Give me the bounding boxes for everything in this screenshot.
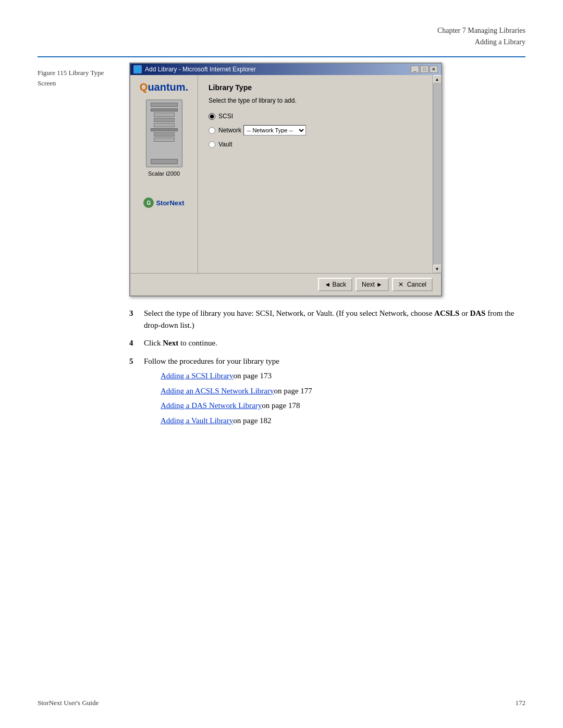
- steps-list: 3 Select the type of library you have: S…: [129, 307, 525, 429]
- bullet-3: Adding a DAS Network Library on page 178: [161, 400, 525, 412]
- radio-network[interactable]: Network -- Network Type -- ACSLS DAS: [209, 125, 422, 135]
- quantum-logo: Quantum.: [140, 81, 188, 93]
- section-title: Adding a Library: [437, 36, 525, 48]
- stornext-icon: G: [143, 198, 154, 208]
- page-header: Chapter 7 Managing Libraries Adding a Li…: [437, 25, 525, 48]
- dialog-content: Library Type Select the type of library …: [198, 75, 433, 273]
- stornext-label: StorNext: [156, 199, 184, 207]
- link-acsls[interactable]: Adding an ACSLS Network Library: [161, 385, 274, 397]
- chapter-title: Chapter 7 Managing Libraries: [437, 25, 525, 36]
- link-das[interactable]: Adding a DAS Network Library: [161, 400, 262, 412]
- next-bold: Next: [163, 339, 178, 347]
- ie-icon: 🌐: [133, 65, 142, 73]
- network-dropdown-container: Network -- Network Type -- ACSLS DAS: [218, 125, 306, 135]
- bullet-1: Adding a SCSI Library on page 173: [161, 370, 525, 382]
- step-3: 3 Select the type of library you have: S…: [129, 307, 525, 331]
- page-footer: StorNext User's Guide 172: [38, 699, 525, 707]
- step-5-number: 5: [129, 355, 144, 430]
- dialog-scrollbar[interactable]: ▲ ▼: [433, 75, 441, 273]
- device-illustration: [146, 100, 182, 167]
- radio-vault[interactable]: Vault: [209, 141, 422, 148]
- step-3-number: 3: [129, 307, 144, 331]
- titlebar-controls[interactable]: _ □ ✕: [411, 66, 438, 73]
- radio-vault-label: Vault: [218, 141, 232, 148]
- footer-left: StorNext User's Guide: [38, 699, 99, 707]
- library-type-desc: Select the type of library to add.: [209, 97, 422, 104]
- link-scsi[interactable]: Adding a SCSI Library: [161, 370, 234, 382]
- radio-vault-input[interactable]: [209, 141, 215, 148]
- bullet-4: Adding a Vault Library on page 182: [161, 415, 525, 427]
- minimize-button[interactable]: _: [411, 66, 419, 73]
- acsls-bold: ACSLS: [434, 309, 459, 317]
- library-type-heading: Library Type: [209, 83, 422, 92]
- radio-scsi[interactable]: SCSI: [209, 113, 422, 120]
- cancel-button[interactable]: ✕ Cancel: [392, 278, 433, 291]
- step-4: 4 Click Next to continue.: [129, 337, 525, 349]
- dialog-footer: ◄ Back Next ► ✕ Cancel: [130, 273, 441, 295]
- scroll-up-arrow[interactable]: ▲: [433, 75, 442, 83]
- step-3-content: Select the type of library you have: SCS…: [144, 307, 525, 331]
- link-vault[interactable]: Adding a Vault Library: [161, 415, 233, 427]
- step-5-content: Follow the procedures for your library t…: [144, 355, 525, 430]
- device-label: Scalar i2000: [148, 170, 180, 177]
- scrollbar-track[interactable]: [433, 83, 442, 265]
- close-button[interactable]: ✕: [430, 66, 438, 73]
- next-button[interactable]: Next ►: [356, 278, 389, 291]
- dialog-window: 🌐 Add Library - Microsoft Internet Explo…: [129, 63, 442, 297]
- header-rule: [38, 56, 525, 57]
- dialog-title: Add Library - Microsoft Internet Explore…: [145, 66, 256, 73]
- footer-right: 172: [516, 699, 526, 707]
- bullet-list: Adding a SCSI Library on page 173 Adding…: [161, 370, 525, 426]
- figure-label: Figure 115 Library Type Screen: [38, 68, 121, 88]
- radio-scsi-input[interactable]: [209, 113, 215, 120]
- titlebar-left: 🌐 Add Library - Microsoft Internet Explo…: [133, 65, 256, 73]
- main-content: 3 Select the type of library you have: S…: [129, 307, 525, 436]
- radio-scsi-label: SCSI: [218, 113, 233, 120]
- dialog-titlebar: 🌐 Add Library - Microsoft Internet Explo…: [130, 64, 441, 75]
- scroll-down-arrow[interactable]: ▼: [433, 265, 442, 273]
- radio-group: SCSI Network -- Network Type -- ACSLS DA…: [209, 113, 422, 148]
- step-4-number: 4: [129, 337, 144, 349]
- dialog-sidebar: Quantum. Scalar i2000: [130, 75, 198, 273]
- step-4-content: Click Next to continue.: [144, 337, 525, 349]
- radio-network-label: Network: [218, 127, 241, 134]
- network-type-select[interactable]: -- Network Type -- ACSLS DAS: [243, 125, 306, 135]
- maximize-button[interactable]: □: [420, 66, 429, 73]
- radio-network-input[interactable]: [209, 127, 215, 134]
- bullet-2: Adding an ACSLS Network Library on page …: [161, 385, 525, 397]
- das-bold: DAS: [470, 309, 485, 317]
- stornext-logo-container: G StorNext: [143, 198, 184, 208]
- back-button[interactable]: ◄ Back: [318, 278, 352, 291]
- step-5: 5 Follow the procedures for your library…: [129, 355, 525, 430]
